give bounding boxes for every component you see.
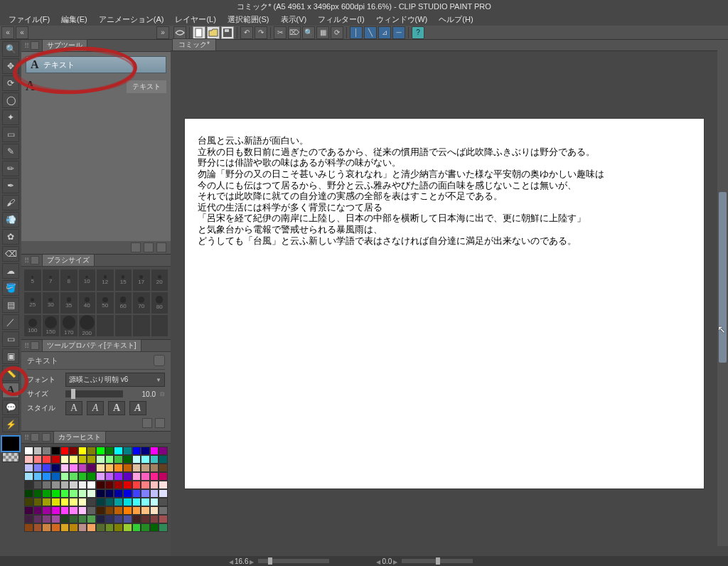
subtool-menu-icon[interactable] — [31, 41, 39, 50]
color-swatch[interactable] — [51, 447, 60, 455]
color-swatch[interactable] — [33, 472, 43, 481]
ruler-h-icon[interactable]: ─ — [392, 26, 405, 39]
size-stepper-icon[interactable]: ⊟ — [160, 391, 165, 397]
color-swatch[interactable] — [24, 515, 33, 523]
canvas-viewport[interactable]: 台風と云ふ新語が面白い。立秋の日も数日前に過ぎたのであるから、従来の慣用語で云へ… — [171, 51, 717, 556]
color-swatch[interactable] — [105, 506, 114, 515]
color-swatch[interactable] — [132, 489, 141, 498]
color-swatch[interactable] — [150, 506, 159, 515]
color-swatch[interactable] — [60, 515, 70, 523]
menu-animation[interactable]: アニメーション(A) — [93, 13, 170, 26]
subtool-tab[interactable]: サブツール — [42, 39, 87, 52]
color-swatch[interactable] — [87, 498, 96, 506]
undo-icon[interactable]: ↶ — [240, 26, 253, 39]
brush-size-cell[interactable]: 200 — [79, 315, 96, 336]
color-swatch[interactable] — [105, 489, 114, 498]
tool-text[interactable]: A — [2, 383, 19, 398]
color-swatch[interactable] — [123, 515, 132, 523]
brush-size-cell[interactable]: 70 — [133, 292, 150, 314]
clipstudio-icon[interactable] — [173, 26, 186, 39]
color-swatch[interactable] — [150, 489, 159, 498]
tool-rotate[interactable]: ⟳ — [2, 75, 19, 91]
color-swatch[interactable] — [141, 498, 150, 506]
scrollbar-thumb[interactable] — [719, 192, 727, 363]
collapse-right-icon[interactable]: » — [156, 26, 169, 39]
color-swatch[interactable] — [96, 498, 105, 506]
tool-eyedropper[interactable]: ✎ — [2, 144, 19, 159]
style-italic-button[interactable]: A — [87, 401, 104, 415]
color-swatch[interactable] — [42, 455, 51, 464]
ruler-diag-icon[interactable]: ╲ — [364, 26, 377, 39]
color-swatch[interactable] — [141, 489, 150, 498]
background-color-well[interactable] — [2, 452, 19, 462]
tool-move[interactable]: ✥ — [2, 58, 19, 74]
color-swatch[interactable] — [42, 506, 51, 515]
color-swatch[interactable] — [132, 472, 141, 481]
color-swatch[interactable] — [69, 472, 78, 481]
color-swatch[interactable] — [105, 464, 114, 472]
color-swatch[interactable] — [132, 523, 141, 532]
brush-size-cell[interactable]: 10 — [79, 269, 96, 291]
color-swatch[interactable] — [69, 489, 78, 498]
colorhist-menu2-icon[interactable] — [42, 433, 50, 442]
toolprop-tab[interactable]: ツールプロパティ[テキスト] — [42, 339, 141, 352]
color-swatch[interactable] — [96, 481, 105, 489]
color-swatch[interactable] — [87, 489, 96, 498]
color-swatch[interactable] — [150, 447, 159, 455]
color-swatch[interactable] — [141, 472, 150, 481]
tool-eraser[interactable]: ⌫ — [2, 246, 19, 262]
color-swatch[interactable] — [78, 464, 87, 472]
color-swatch[interactable] — [87, 481, 96, 489]
brush-size-cell[interactable]: 150 — [43, 315, 60, 336]
color-swatch[interactable] — [51, 515, 60, 523]
color-swatch[interactable] — [105, 447, 114, 455]
color-swatch[interactable] — [123, 498, 132, 506]
tool-brush[interactable]: 🖌 — [2, 195, 19, 210]
color-swatch[interactable] — [60, 489, 70, 498]
color-swatch[interactable] — [42, 464, 51, 472]
style-bolditalic-button[interactable]: A — [129, 401, 146, 415]
color-swatch[interactable] — [60, 498, 70, 506]
color-swatch[interactable] — [24, 455, 33, 464]
color-swatch[interactable] — [105, 498, 114, 506]
color-swatch[interactable] — [33, 498, 43, 506]
subtool-copy-icon[interactable] — [131, 242, 141, 252]
color-swatch[interactable] — [114, 464, 123, 472]
color-swatch[interactable] — [132, 481, 141, 489]
brush-size-cell[interactable]: 25 — [24, 292, 41, 314]
color-swatch[interactable] — [96, 455, 105, 464]
color-swatch[interactable] — [141, 455, 150, 464]
ruler-v-icon[interactable]: │ — [350, 26, 363, 39]
rot-dec-icon[interactable]: ◀ — [376, 559, 380, 565]
canvas-text-line[interactable]: 「呂宋を経て紀伊の南岸に上陸し、日本の中部を横断して日本海に出で、更に朝鮮に上陸… — [198, 213, 691, 225]
brush-size-cell[interactable]: 60 — [115, 292, 132, 314]
color-swatch[interactable] — [159, 515, 168, 523]
colorhist-menu-icon[interactable] — [31, 433, 39, 442]
color-swatch[interactable] — [24, 489, 33, 498]
color-swatch[interactable] — [33, 515, 43, 523]
color-swatch[interactable] — [159, 464, 168, 472]
collapse-left2-icon[interactable]: « — [16, 26, 28, 39]
color-swatch[interactable] — [87, 447, 96, 455]
zoom-slider[interactable] — [258, 559, 329, 563]
brush-size-cell[interactable] — [115, 315, 132, 336]
color-swatch[interactable] — [69, 506, 78, 515]
tool-pen[interactable]: ✒ — [2, 178, 19, 193]
tool-lasso[interactable]: ◯ — [2, 92, 19, 108]
size-slider[interactable] — [65, 390, 123, 397]
color-swatch[interactable] — [123, 523, 132, 532]
color-swatch[interactable] — [42, 472, 51, 481]
tool-pencil[interactable]: ✏ — [2, 161, 19, 176]
color-swatch[interactable] — [132, 455, 141, 464]
color-swatch[interactable] — [78, 498, 87, 506]
help-icon[interactable]: ? — [412, 26, 424, 39]
color-swatch[interactable] — [114, 498, 123, 506]
rot-inc-icon[interactable]: ▶ — [393, 559, 397, 565]
color-swatch[interactable] — [51, 472, 60, 481]
brush-size-cell[interactable] — [151, 315, 168, 336]
tool-fill[interactable]: 🪣 — [2, 280, 19, 296]
colorhist-tab[interactable]: カラーヒスト — [53, 431, 106, 444]
collapse-left-icon[interactable]: « — [1, 26, 14, 39]
color-swatch[interactable] — [24, 447, 33, 455]
color-swatch[interactable] — [159, 455, 168, 464]
